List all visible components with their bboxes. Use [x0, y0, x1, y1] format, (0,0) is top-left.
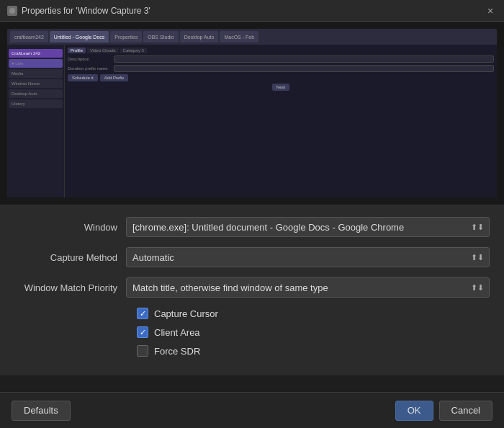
preview-area: craftlearn242 Untitled - Google Docs Pro…: [0, 22, 504, 205]
window-match-wrapper: Match title, otherwise find window of sa…: [126, 277, 490, 298]
preview-inner: craftlearn242 Untitled - Google Docs Pro…: [7, 29, 497, 197]
fake-tab-1: craftlearn242: [10, 31, 48, 43]
dialog-title: Properties for 'Window Capture 3': [22, 6, 150, 16]
properties-form: Window [chrome.exe]: Untitled document -…: [0, 205, 504, 375]
svg-point-0: [9, 8, 15, 14]
fake-tab-3: Properties: [110, 31, 142, 43]
cancel-button[interactable]: Cancel: [439, 401, 492, 421]
fake-browser-tabs: craftlearn242 Untitled - Google Docs Pro…: [7, 29, 497, 45]
fake-tab-2: Untitled - Google Docs: [50, 31, 109, 43]
capture-cursor-checkbox[interactable]: [137, 308, 148, 319]
fake-sidebar-item-4: Window Name: [9, 79, 63, 88]
capture-cursor-label[interactable]: Capture Cursor: [154, 308, 218, 319]
capture-method-wrapper: Automatic BitBlt Windows 10 (1903 and up…: [126, 247, 490, 267]
fake-tab-bar: Profile Video Clouds Category 3: [68, 48, 494, 53]
capture-method-select[interactable]: Automatic BitBlt Windows 10 (1903 and up…: [126, 247, 490, 267]
ok-button[interactable]: OK: [395, 401, 433, 421]
preview-screenshot: craftlearn242 Untitled - Google Docs Pro…: [7, 29, 497, 197]
fake-sidebar: CraftLearn 242 ● Live Media Window Name …: [7, 45, 65, 197]
window-match-row: Window Match Priority Match title, other…: [14, 277, 490, 298]
fake-btn-3: Next: [272, 84, 289, 91]
fake-obs: CraftLearn 242 ● Live Media Window Name …: [7, 45, 497, 197]
window-select-wrapper: [chrome.exe]: Untitled document - Google…: [126, 217, 490, 237]
fake-tab-5: Desktop Auto: [180, 31, 219, 43]
fake-btn-2: Add Prefix: [100, 74, 129, 81]
checkboxes-area: Capture Cursor Client Area Force SDR: [14, 308, 490, 357]
defaults-button[interactable]: Defaults: [12, 401, 71, 421]
fake-form-input-2: [114, 65, 494, 72]
fake-tab-6: MacOS - Feb: [220, 31, 258, 43]
title-bar-left: Properties for 'Window Capture 3': [7, 6, 150, 16]
fake-tab-4: OBS Studio: [143, 31, 179, 43]
fake-sidebar-item-6: History: [9, 99, 63, 108]
fake-form-label-2: Duration prefix name: [68, 66, 111, 71]
title-bar: Properties for 'Window Capture 3' ×: [0, 0, 504, 22]
fake-sidebar-item-5: Desktop Auto: [9, 89, 63, 98]
client-area-checkbox[interactable]: [137, 326, 148, 338]
fake-sidebar-item-1: CraftLearn 242: [9, 49, 63, 58]
fake-sidebar-item-3: Media: [9, 69, 63, 78]
force-sdr-checkbox[interactable]: [137, 345, 148, 357]
bottom-right: OK Cancel: [395, 401, 492, 421]
capture-method-row: Capture Method Automatic BitBlt Windows …: [14, 247, 490, 267]
fake-form-row-2: Duration prefix name: [68, 65, 494, 72]
fake-form-label-1: Description: [68, 57, 111, 61]
force-sdr-label[interactable]: Force SDR: [154, 346, 200, 357]
client-area-label[interactable]: Client Area: [154, 327, 200, 338]
checkbox-row-force-sdr: Force SDR: [137, 345, 475, 357]
fake-btn-1: Schedule it: [68, 74, 98, 81]
window-select[interactable]: [chrome.exe]: Untitled document - Google…: [126, 217, 490, 237]
fake-form-input-1: [114, 55, 494, 63]
window-match-label: Window Match Priority: [14, 282, 126, 293]
close-button[interactable]: ×: [484, 4, 497, 17]
bottom-left: Defaults: [12, 401, 71, 421]
fake-sidebar-item-2: ● Live: [9, 59, 63, 68]
fake-form-row-1: Description: [68, 55, 494, 63]
app-icon: [7, 6, 17, 16]
fake-main-tab-1: Profile: [68, 48, 86, 53]
checkbox-row-capture-cursor: Capture Cursor: [137, 308, 475, 319]
fake-main-tab-2: Video Clouds: [87, 48, 119, 53]
window-row: Window [chrome.exe]: Untitled document -…: [14, 217, 490, 237]
checkbox-row-client-area: Client Area: [137, 326, 475, 338]
fake-main: Profile Video Clouds Category 3 Descript…: [65, 45, 497, 197]
bottom-bar: Defaults OK Cancel: [0, 392, 504, 428]
window-label: Window: [14, 222, 126, 233]
fake-main-tab-3: Category 3: [120, 48, 147, 53]
capture-method-label: Capture Method: [14, 252, 126, 263]
window-match-select[interactable]: Match title, otherwise find window of sa…: [126, 277, 490, 298]
